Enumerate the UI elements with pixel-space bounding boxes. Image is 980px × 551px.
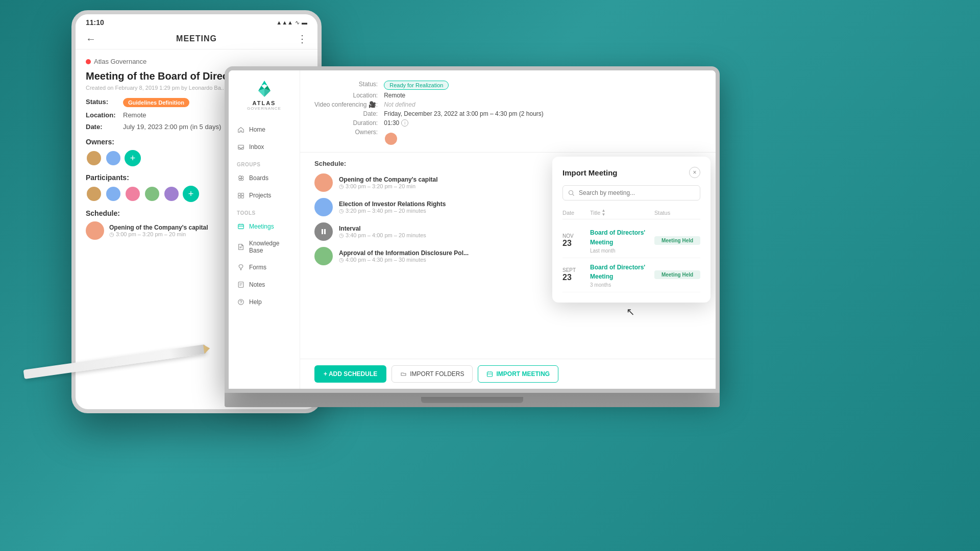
modal-close-button[interactable]: ×	[689, 167, 700, 178]
import-folders-icon	[400, 371, 407, 378]
modal-search-box[interactable]	[562, 185, 700, 201]
status-badge: Ready for Realization	[384, 81, 449, 90]
sidebar-item-forms[interactable]: Forms	[229, 259, 300, 276]
sidebar-nav: Home Inbox Groups Boards	[229, 121, 300, 381]
wifi-icon: ∿	[295, 19, 300, 26]
title-column-header: Title ▲▼	[590, 209, 652, 217]
sidebar-item-knowledge-base[interactable]: Knowledge Base	[229, 235, 300, 259]
meetings-label: Meetings	[249, 223, 274, 230]
location-label: Location:	[314, 92, 378, 99]
avatar	[125, 186, 141, 202]
svg-rect-9	[322, 229, 323, 234]
pause-button[interactable]	[314, 222, 333, 241]
tablet-status-icons: ▲▲▲ ∿ ▬	[276, 19, 307, 26]
schedule-info: Opening of the Company's capital ◷ 3:00 …	[109, 224, 208, 238]
date-label: Date:	[314, 110, 378, 117]
avatar	[105, 150, 121, 166]
import-folders-button[interactable]: IMPORT FOLDERS	[391, 365, 473, 383]
tablet-header: ← MEETING ⋮	[76, 29, 317, 49]
meeting-title-col: Board of Directors' Meeting Last month	[590, 228, 652, 253]
entry-title: Approval of the Information Disclosure P…	[339, 249, 469, 257]
projects-icon	[237, 191, 245, 199]
sidebar-item-inbox[interactable]: Inbox	[229, 138, 300, 156]
back-button[interactable]: ←	[86, 33, 96, 45]
tools-section-label: Tools	[229, 204, 300, 218]
owner-avatar	[384, 132, 398, 146]
signal-icon: ▲▲▲	[276, 19, 293, 26]
meeting-row[interactable]: Sept 23 Board of Directors' Meeting 3 mo…	[562, 258, 700, 292]
date-column-header: Date	[562, 209, 588, 217]
meetings-icon	[237, 222, 245, 231]
sidebar-item-meetings[interactable]: Meetings	[229, 218, 300, 235]
sort-icon: ▲▼	[601, 209, 605, 217]
svg-rect-5	[238, 224, 244, 229]
entry-info: Election of Investor Relations Rights ◷ …	[339, 201, 446, 214]
svg-point-4	[241, 178, 243, 180]
meeting-date: Nov 23	[562, 233, 588, 248]
import-meeting-modal: Import Meeting × Date Title ▲▼	[552, 157, 710, 302]
video-label: Video conferencing 🎥:	[314, 101, 378, 108]
location-value: Remote	[123, 111, 146, 119]
svg-rect-6	[238, 282, 243, 288]
laptop-screen: ATLAS GOVERNANCE Home I	[229, 70, 716, 389]
add-owner-button[interactable]: +	[125, 150, 141, 166]
meeting-link[interactable]: Board of Directors' Meeting	[590, 229, 645, 246]
entry-info: Interval ◷ 3:40 pm – 4:00 pm – 20 minute…	[339, 225, 426, 239]
meeting-status-badge: Meeting Held	[654, 236, 700, 245]
add-participant-button[interactable]: +	[183, 186, 199, 202]
add-schedule-button[interactable]: + ADD SCHEDULE	[314, 365, 386, 383]
modal-overlay: Import Meeting × Date Title ▲▼	[547, 70, 716, 389]
meeting-link[interactable]: Board of Directors' Meeting	[590, 264, 645, 281]
sidebar-item-boards[interactable]: Boards	[229, 169, 300, 187]
logo-text: ATLAS	[253, 100, 276, 106]
forms-label: Forms	[249, 264, 266, 271]
groups-section-label: Groups	[229, 156, 300, 169]
meeting-row[interactable]: Nov 23 Board of Directors' Meeting Last …	[562, 223, 700, 258]
entry-avatar	[314, 173, 333, 192]
svg-rect-10	[324, 229, 326, 234]
sidebar-item-projects[interactable]: Projects	[229, 187, 300, 204]
org-row: Atlas Governance	[86, 58, 307, 65]
svg-point-12	[569, 190, 573, 194]
schedule-time: ◷ 3:00 pm – 3:20 pm – 20 min	[109, 231, 208, 238]
entry-time: ◷ 3:20 pm – 3:40 pm – 20 minutes	[339, 208, 446, 214]
org-name: Atlas Governance	[94, 58, 146, 65]
duration-text: 01:30	[384, 119, 399, 127]
boards-label: Boards	[249, 174, 268, 182]
search-input[interactable]	[579, 189, 695, 196]
import-meeting-icon	[486, 371, 493, 378]
laptop-screen-body: ATLAS GOVERNANCE Home I	[225, 66, 720, 393]
entry-title: Election of Investor Relations Rights	[339, 201, 446, 208]
home-icon	[237, 126, 245, 134]
projects-label: Projects	[249, 192, 271, 199]
notes-icon	[237, 281, 245, 289]
sidebar-item-notes[interactable]: Notes	[229, 276, 300, 293]
entry-info: Approval of the Information Disclosure P…	[339, 249, 469, 263]
entry-title: Opening of the Company's capital	[339, 176, 438, 183]
meeting-subtitle: Last month	[590, 248, 652, 254]
sidebar-item-home[interactable]: Home	[229, 121, 300, 138]
meeting-status-badge: Meeting Held	[654, 270, 700, 279]
entry-time: ◷ 3:00 pm – 3:20 pm – 20 min	[339, 183, 438, 190]
avatar	[144, 186, 160, 202]
page-title: MEETING	[176, 34, 217, 43]
status-label: Status:	[314, 81, 378, 90]
atlas-logo-icon	[254, 79, 275, 99]
tablet-time: 11:10	[86, 18, 104, 27]
avatar	[105, 186, 121, 202]
inbox-label: Inbox	[249, 143, 264, 151]
knowledge-icon	[237, 243, 245, 251]
sidebar-item-help[interactable]: Help	[229, 293, 300, 311]
import-folders-label: IMPORT FOLDERS	[410, 370, 464, 378]
help-label: Help	[249, 298, 262, 306]
status-label: Status:	[86, 98, 119, 106]
battery-icon: ▬	[302, 19, 307, 26]
laptop-hinge	[421, 397, 523, 403]
more-menu-button[interactable]: ⋮	[297, 33, 307, 45]
entry-title: Interval	[339, 225, 426, 232]
date-label: Date:	[86, 123, 119, 131]
avatar	[163, 186, 180, 202]
notes-label: Notes	[249, 281, 265, 288]
import-meeting-button[interactable]: IMPORT MEETING	[478, 365, 558, 383]
status-badge: Guidelines Definition	[123, 98, 189, 107]
